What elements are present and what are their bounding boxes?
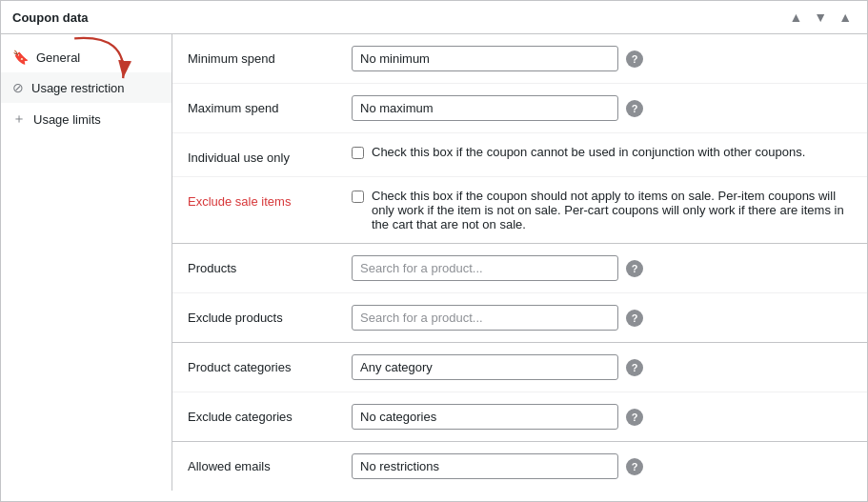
panel-down-btn[interactable]: ▼ <box>810 9 831 26</box>
minimum-spend-help-icon[interactable]: ? <box>626 50 643 68</box>
allowed-emails-help-icon[interactable]: ? <box>626 458 643 475</box>
product-categories-help-icon[interactable]: ? <box>626 359 643 376</box>
exclude-products-input[interactable] <box>352 305 618 331</box>
minimum-spend-row: Minimum spend ? <box>172 34 867 84</box>
maximum-spend-help-icon[interactable]: ? <box>626 100 643 117</box>
product-categories-input[interactable] <box>352 354 618 380</box>
product-categories-wrap: ? <box>352 354 852 380</box>
products-wrap: ? <box>352 255 852 281</box>
allowed-emails-input[interactable] <box>352 453 618 479</box>
sidebar-item-general[interactable]: 🔖 General <box>1 42 172 72</box>
maximum-spend-wrap: ? <box>352 95 852 121</box>
panel-title: Coupon data <box>12 10 88 25</box>
minimum-spend-input[interactable] <box>352 46 618 71</box>
minimum-spend-label: Minimum spend <box>188 46 340 66</box>
individual-use-wrap: Check this box if the coupon cannot be u… <box>352 145 852 159</box>
sidebar-item-usage-restriction-label: Usage restriction <box>31 81 125 95</box>
panel-controls: ▲ ▼ ▲ <box>785 9 856 26</box>
individual-use-row: Individual use only Check this box if th… <box>172 133 867 177</box>
maximum-spend-input[interactable] <box>352 95 618 121</box>
allowed-emails-label: Allowed emails <box>188 453 340 473</box>
exclude-categories-row: Exclude categories ? <box>172 392 867 442</box>
maximum-spend-label: Maximum spend <box>188 95 340 115</box>
sidebar-item-usage-limits[interactable]: ＋ Usage limits <box>1 103 172 135</box>
products-input[interactable] <box>352 255 618 281</box>
exclude-categories-input[interactable] <box>352 404 618 430</box>
individual-use-checkbox-label: Check this box if the coupon cannot be u… <box>372 145 805 159</box>
plus-icon: ＋ <box>12 110 26 128</box>
exclude-categories-help-icon[interactable]: ? <box>626 409 643 426</box>
exclude-categories-label: Exclude categories <box>188 404 340 424</box>
panel-up-btn[interactable]: ▲ <box>785 9 806 26</box>
minimum-spend-wrap: ? <box>352 46 852 71</box>
individual-use-checkbox[interactable] <box>352 147 364 159</box>
sidebar-item-usage-restriction[interactable]: ⊘ Usage restriction <box>1 72 172 103</box>
products-label: Products <box>188 255 340 275</box>
exclude-sale-label: Exclude sale items <box>188 189 340 209</box>
exclude-sale-checkbox[interactable] <box>352 191 364 203</box>
exclude-products-wrap: ? <box>352 305 852 331</box>
maximum-spend-row: Maximum spend ? <box>172 84 867 133</box>
main-content: Minimum spend ? Maximum spend ? Individu… <box>172 34 867 491</box>
exclude-sale-wrap: Check this box if the coupon should not … <box>352 189 852 231</box>
block-icon: ⊘ <box>12 80 24 95</box>
sidebar: 🔖 General ⊘ Usage restriction <box>1 34 172 491</box>
product-categories-row: Product categories ? <box>172 343 867 392</box>
exclude-sale-row: Exclude sale items Check this box if the… <box>172 177 867 244</box>
exclude-products-label: Exclude products <box>188 305 340 325</box>
products-help-icon[interactable]: ? <box>626 260 643 277</box>
individual-use-label: Individual use only <box>188 145 340 165</box>
product-categories-label: Product categories <box>188 354 340 374</box>
sidebar-item-general-label: General <box>36 50 80 65</box>
exclude-categories-wrap: ? <box>352 404 852 430</box>
exclude-sale-checkbox-label: Check this box if the coupon should not … <box>372 189 852 231</box>
sidebar-item-usage-limits-label: Usage limits <box>33 112 101 127</box>
coupon-panel: Coupon data ▲ ▼ ▲ 🔖 General ⊘ Usage rest… <box>0 0 868 502</box>
panel-body: 🔖 General ⊘ Usage restriction <box>1 34 867 491</box>
bookmark-icon: 🔖 <box>12 50 29 65</box>
panel-toggle-btn[interactable]: ▲ <box>835 9 856 26</box>
panel-header: Coupon data ▲ ▼ ▲ <box>1 1 867 34</box>
allowed-emails-wrap: ? <box>352 453 852 479</box>
allowed-emails-row: Allowed emails ? <box>172 442 867 491</box>
exclude-products-help-icon[interactable]: ? <box>626 310 643 327</box>
exclude-products-row: Exclude products ? <box>172 293 867 343</box>
products-row: Products ? <box>172 244 867 293</box>
